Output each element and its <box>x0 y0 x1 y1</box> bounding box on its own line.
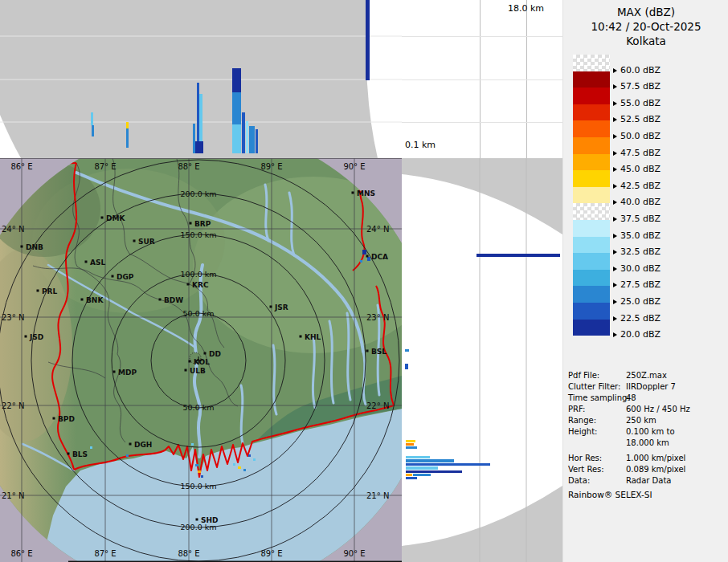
info-row: Height:0.100 km to 18.000 km <box>568 426 726 449</box>
city-marker-BDW <box>159 299 162 301</box>
city-label-ULB: ULB <box>190 367 206 375</box>
city-marker-PRL <box>37 290 39 292</box>
city-label-MDP: MDP <box>118 369 137 377</box>
scale-tick-label: 45.0 dBZ <box>613 164 661 174</box>
city-marker-SUR <box>133 240 136 242</box>
radar-echo <box>413 474 431 476</box>
longitude-label-top: 90° E <box>343 162 365 171</box>
city-label-SUR: SUR <box>138 238 155 246</box>
info-row: PRF:600 Hz / 450 Hz <box>568 404 726 415</box>
radar-echo <box>405 364 408 369</box>
color-scale-labels: 60.0 dBZ57.5 dBZ55.0 dBZ52.5 dBZ50.0 dBZ… <box>613 55 726 337</box>
city-marker-DGP <box>112 275 114 278</box>
latitude-label-left: 21° N <box>2 491 24 500</box>
radar-echo <box>232 68 241 92</box>
radar-echo <box>92 125 94 136</box>
city-label-MNS: MNS <box>357 189 375 198</box>
radar-echo <box>476 254 560 257</box>
city-marker-DNB <box>21 246 23 248</box>
scale-swatch-45.0 <box>573 154 610 171</box>
ew-profile-canvas <box>0 0 402 158</box>
range-ring-label: 200.0 km <box>181 523 217 531</box>
height-max-label: 18.0 km <box>508 3 544 14</box>
radar-echo <box>360 260 362 263</box>
radar-echo <box>195 464 198 466</box>
color-scale-swatches <box>573 55 610 336</box>
range-ring-label: 50.0 km <box>183 403 215 412</box>
city-label-BSL: BSL <box>371 348 386 356</box>
radar-viewer: 18.0 km 0.1 km <box>0 0 728 562</box>
radar-echo <box>406 477 417 479</box>
tick-arrow-icon <box>613 134 617 139</box>
info-row: Vert Res:0.089 km/pixel <box>568 464 726 475</box>
latitude-label-left: 22° N <box>2 401 24 410</box>
radar-echo <box>253 458 256 461</box>
longitude-label-top: 89° E <box>260 162 282 171</box>
longitude-label-bottom: 87° E <box>94 549 116 558</box>
radar-echo <box>406 443 414 446</box>
city-marker-BSL <box>366 350 369 352</box>
scale-swatch-22.5 <box>573 303 610 320</box>
station-name: Kolkata <box>563 34 728 48</box>
scale-tick-label: 55.0 dBZ <box>613 98 661 108</box>
radar-echo <box>406 470 462 473</box>
city-label-BRP: BRP <box>194 220 211 228</box>
city-label-KOL: KOL <box>194 358 210 366</box>
radar-echo <box>248 454 251 457</box>
radar-echo <box>362 250 366 255</box>
info-row: Clutter Filter:IIRDoppler 7 <box>568 381 726 393</box>
city-marker-KRC <box>187 283 190 286</box>
city-marker-BNK <box>81 299 84 301</box>
radar-echo <box>242 112 245 153</box>
city-marker-ASL <box>85 261 88 263</box>
radar-echo <box>126 128 129 148</box>
city-label-KHL: KHL <box>305 333 321 341</box>
radar-echo <box>126 454 129 457</box>
scale-tick-label: 27.5 dBZ <box>613 279 661 290</box>
ns-profile-canvas <box>402 158 562 562</box>
scale-swatch-37.5 <box>573 203 610 220</box>
tick-arrow-icon <box>613 250 617 255</box>
radar-echo <box>91 112 93 125</box>
scale-tick-label: 52.5 dBZ <box>613 114 661 124</box>
scale-tick-label: 25.0 dBZ <box>613 296 661 307</box>
scale-swatch-55.0 <box>573 88 610 104</box>
scale-tick-label: 37.5 dBZ <box>613 214 661 224</box>
longitude-label-top: 88° E <box>178 162 199 171</box>
legend-header: MAX (dBZ) 10:42 / 20-Oct-2025 Kolkata <box>563 5 728 48</box>
radar-echo <box>238 466 241 469</box>
city-marker-BLS <box>67 453 70 455</box>
radar-echo <box>406 459 454 462</box>
radar-echo <box>193 124 195 153</box>
radar-echo <box>195 141 203 153</box>
latitude-label-right: 23° N <box>366 313 389 322</box>
city-label-DGH: DGH <box>134 441 152 449</box>
radar-echo <box>232 92 241 124</box>
latitude-label-left: 24° N <box>2 225 24 234</box>
city-label-JSR: JSR <box>274 303 288 312</box>
scale-swatch-42.5 <box>573 170 610 187</box>
height-gridline <box>402 79 562 80</box>
scale-swatch-32.5 <box>573 237 610 254</box>
scale-tick-label: 30.0 dBZ <box>613 263 661 274</box>
tick-arrow-icon <box>613 332 617 337</box>
city-marker-ULB <box>185 369 187 372</box>
radar-echo <box>256 129 258 153</box>
radar-echo <box>126 122 129 128</box>
height-min-label: 0.1 km <box>405 140 436 150</box>
radar-echo <box>406 463 490 466</box>
tick-arrow-icon <box>613 267 617 271</box>
longitude-label-top: 87° E <box>94 162 116 171</box>
color-scale: 60.0 dBZ57.5 dBZ55.0 dBZ52.5 dBZ50.0 dBZ… <box>573 55 726 337</box>
scale-tick-label: 42.5 dBZ <box>613 181 661 191</box>
radar-echo <box>367 257 370 261</box>
city-label-DNB: DNB <box>26 243 43 251</box>
scale-swatch-47.5 <box>573 137 610 154</box>
height-gridline <box>402 122 562 123</box>
scale-tick-label: 60.0 dBZ <box>613 65 661 75</box>
scale-tick-label: 57.5 dBZ <box>613 81 661 92</box>
radar-map-canvas: 86° E86° E87° E87° E88° E88° E89° E89° E… <box>0 158 402 562</box>
city-marker-KHL <box>300 336 302 338</box>
scale-tick-label: 20.0 dBZ <box>613 329 661 340</box>
city-marker-BPD <box>53 417 55 420</box>
